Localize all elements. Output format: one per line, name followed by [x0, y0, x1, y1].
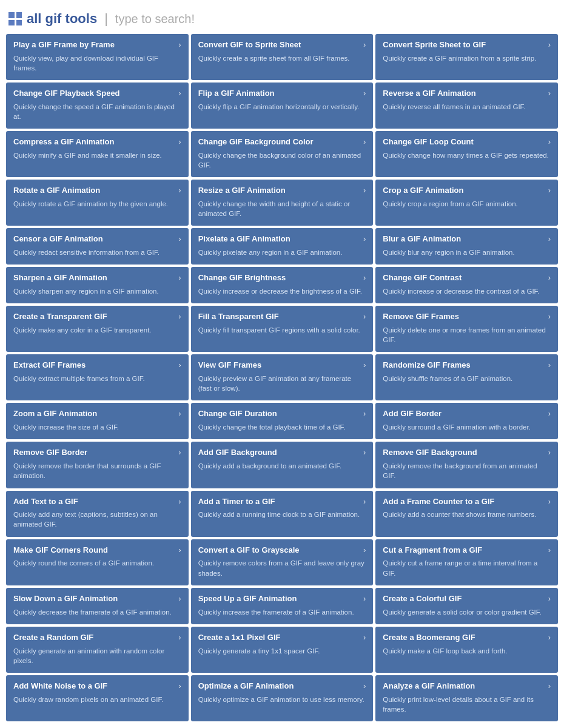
tool-card[interactable]: Change GIF Playback Speed›Quickly change…	[6, 83, 189, 129]
tool-card-header: Create a Colorful GIF›	[383, 594, 551, 604]
tool-card[interactable]: Zoom a GIF Animation›Quickly increase th…	[6, 403, 189, 439]
tool-card[interactable]: Add a Frame Counter to a GIF›Quickly add…	[375, 491, 558, 537]
tool-card[interactable]: Extract GIF Frames›Quickly extract multi…	[6, 354, 189, 400]
tool-card[interactable]: Change GIF Contrast›Quickly increase or …	[375, 267, 558, 303]
tool-card[interactable]: Speed Up a GIF Animation›Quickly increas…	[191, 588, 374, 624]
tool-card[interactable]: Add Text to a GIF›Quickly add any text (…	[6, 491, 189, 537]
tool-card[interactable]: Change GIF Brightness›Quickly increase o…	[191, 267, 374, 303]
tool-card[interactable]: Play a GIF Frame by Frame›Quickly view, …	[6, 34, 189, 80]
tool-card[interactable]: Crop a GIF Animation›Quickly crop a regi…	[375, 180, 558, 226]
tool-arrow-icon: ›	[178, 40, 181, 49]
tool-title: Remove GIF Background	[383, 448, 544, 458]
tool-card-header: Cut a Fragment from a GIF›	[383, 545, 551, 556]
tool-card[interactable]: Change GIF Duration›Quickly change the t…	[191, 403, 374, 439]
tool-arrow-icon: ›	[363, 273, 366, 282]
tool-title: Pixelate a GIF Animation	[198, 234, 360, 244]
tool-card[interactable]: Create a Random GIF›Quickly generate an …	[6, 627, 189, 673]
tool-card[interactable]: Flip a GIF Animation›Quickly flip a GIF …	[191, 83, 374, 129]
tool-card-header: Resize a GIF Animation›	[198, 186, 366, 196]
tool-title: Create a Random GIF	[13, 633, 175, 643]
tool-card[interactable]: View GIF Frames›Quickly preview a GIF an…	[191, 354, 374, 400]
tool-card[interactable]: Remove GIF Border›Quickly remove the bor…	[6, 442, 189, 488]
tool-title: Change GIF Brightness	[198, 273, 360, 283]
tool-arrow-icon: ›	[363, 360, 366, 369]
tool-card-header: Add Text to a GIF›	[13, 497, 181, 507]
tool-description: Quickly make any color in a GIF transpar…	[13, 325, 181, 335]
tool-card[interactable]: Convert Sprite Sheet to GIF›Quickly crea…	[375, 34, 558, 80]
tool-description: Quickly change the width and height of a…	[198, 199, 366, 218]
tool-title: Add a Frame Counter to a GIF	[383, 497, 544, 507]
tool-description: Quickly create a sprite sheet from all G…	[198, 53, 366, 63]
tool-description: Quickly extract multiple frames from a G…	[13, 374, 181, 383]
tool-card[interactable]: Censor a GIF Animation›Quickly redact se…	[6, 228, 189, 265]
tool-card[interactable]: Create a Colorful GIF›Quickly generate a…	[375, 588, 558, 624]
tool-card[interactable]: Add GIF Background›Quickly add a backgro…	[191, 442, 374, 488]
tool-card[interactable]: Add GIF Border›Quickly surround a GIF an…	[375, 403, 558, 439]
tool-card-header: Change GIF Contrast›	[383, 273, 551, 283]
tool-arrow-icon: ›	[363, 633, 366, 642]
tool-card[interactable]: Sharpen a GIF Animation›Quickly sharpen …	[6, 267, 189, 303]
tool-title: Change GIF Duration	[198, 409, 360, 419]
tool-card[interactable]: Analyze a GIF Animation›Quickly print lo…	[375, 675, 558, 721]
tool-card[interactable]: Randomize GIF Frames›Quickly shuffle fra…	[375, 354, 558, 400]
tool-title: Cut a Fragment from a GIF	[383, 545, 544, 556]
tool-description: Quickly shuffle frames of a GIF animatio…	[383, 374, 551, 383]
page-header: all gif tools | type to search!	[6, 6, 558, 34]
tool-description: Quickly increase the size of a GIF.	[13, 422, 181, 432]
tool-description: Quickly minify a GIF and make it smaller…	[13, 150, 181, 160]
tool-card[interactable]: Create a 1x1 Pixel GIF›Quickly generate …	[191, 627, 374, 673]
tool-description: Quickly fill transparent GIF regions wit…	[198, 325, 366, 335]
tool-title: Create a Transparent GIF	[13, 312, 175, 322]
tool-card-header: Create a Random GIF›	[13, 633, 181, 643]
tool-card[interactable]: Cut a Fragment from a GIF›Quickly cut a …	[375, 539, 558, 585]
tool-card[interactable]: Change GIF Loop Count›Quickly change how…	[375, 131, 558, 177]
tool-arrow-icon: ›	[548, 137, 551, 146]
tool-card[interactable]: Convert GIF to Sprite Sheet›Quickly crea…	[191, 34, 374, 80]
grid-icon	[8, 12, 22, 25]
tool-card-header: Change GIF Duration›	[198, 409, 366, 419]
tool-arrow-icon: ›	[548, 360, 551, 369]
tool-arrow-icon: ›	[548, 545, 551, 554]
tool-card[interactable]: Change GIF Background Color›Quickly chan…	[191, 131, 374, 177]
tool-card[interactable]: Optimize a GIF Animation›Quickly optimiz…	[191, 675, 374, 721]
tool-arrow-icon: ›	[363, 594, 366, 603]
tool-title: Add a Timer to a GIF	[198, 497, 360, 507]
tool-arrow-icon: ›	[178, 545, 181, 554]
tool-description: Quickly add any text (captions, subtitle…	[13, 510, 181, 529]
tool-card[interactable]: Add a Timer to a GIF›Quickly add a runni…	[191, 491, 374, 537]
tool-card[interactable]: Remove GIF Frames›Quickly delete one or …	[375, 306, 558, 352]
tool-card[interactable]: Reverse a GIF Animation›Quickly reverse …	[375, 83, 558, 129]
tool-card[interactable]: Rotate a GIF Animation›Quickly rotate a …	[6, 180, 189, 226]
tool-description: Quickly sharpen any region in a GIF anim…	[13, 286, 181, 296]
tool-arrow-icon: ›	[548, 40, 551, 49]
tool-title: Change GIF Contrast	[383, 273, 544, 283]
tool-card[interactable]: Compress a GIF Animation›Quickly minify …	[6, 131, 189, 177]
tool-card[interactable]: Create a Transparent GIF›Quickly make an…	[6, 306, 189, 352]
tool-card[interactable]: Resize a GIF Animation›Quickly change th…	[191, 180, 374, 226]
tool-card[interactable]: Slow Down a GIF Animation›Quickly decrea…	[6, 588, 189, 624]
tool-title: Crop a GIF Animation	[383, 186, 544, 196]
tool-title: Resize a GIF Animation	[198, 186, 360, 196]
tool-card-header: Censor a GIF Animation›	[13, 234, 181, 244]
tool-description: Quickly cut a frame range or a time inte…	[383, 558, 551, 578]
tool-card-header: Add White Noise to a GIF›	[13, 681, 181, 692]
tool-card-header: Change GIF Background Color›	[198, 137, 366, 147]
tool-card-header: Compress a GIF Animation›	[13, 137, 181, 147]
tool-title: Zoom a GIF Animation	[13, 409, 175, 419]
tool-title: Create a Boomerang GIF	[383, 633, 544, 643]
tool-description: Quickly remove colors from a GIF and lea…	[198, 558, 366, 578]
tool-card[interactable]: Fill a Transparent GIF›Quickly fill tran…	[191, 306, 374, 352]
tool-title: Remove GIF Border	[13, 448, 175, 458]
tool-title: Rotate a GIF Animation	[13, 186, 175, 196]
tool-card[interactable]: Convert a GIF to Grayscale›Quickly remov…	[191, 539, 374, 585]
tool-arrow-icon: ›	[178, 234, 181, 243]
tool-title: Add Text to a GIF	[13, 497, 175, 507]
tool-card[interactable]: Pixelate a GIF Animation›Quickly pixelat…	[191, 228, 374, 265]
tool-card[interactable]: Create a Boomerang GIF›Quickly make a GI…	[375, 627, 558, 673]
tool-card[interactable]: Make GIF Corners Round›Quickly round the…	[6, 539, 189, 585]
tool-card[interactable]: Remove GIF Background›Quickly remove the…	[375, 442, 558, 488]
tool-card-header: Change GIF Playback Speed›	[13, 89, 181, 99]
tool-title: Extract GIF Frames	[13, 360, 175, 371]
tool-card[interactable]: Blur a GIF Animation›Quickly blur any re…	[375, 228, 558, 265]
tool-card[interactable]: Add White Noise to a GIF›Quickly draw ra…	[6, 675, 189, 721]
